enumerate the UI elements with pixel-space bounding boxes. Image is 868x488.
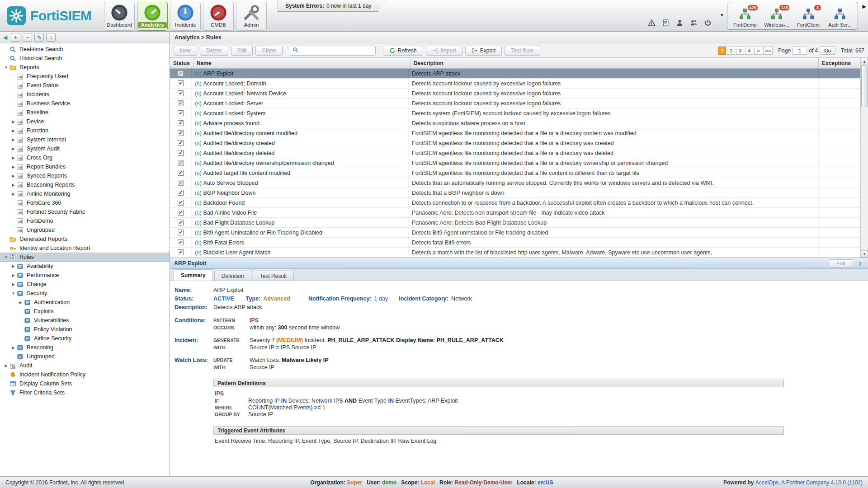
status-checkbox[interactable]: ✓ (178, 200, 184, 206)
sidebar-item-ungrouped[interactable]: Ungrouped (0, 352, 170, 361)
user-icon[interactable] (676, 19, 684, 27)
sidebar-item-fortinet-security-fabric[interactable]: Fortinet Security Fabric (0, 207, 170, 216)
tab-incidents[interactable]: Incidents (170, 2, 201, 31)
status-checkbox[interactable]: ✓ (178, 249, 184, 255)
tab-dashboard[interactable]: Dashboard (104, 2, 135, 31)
status-checkbox[interactable]: ✓ (178, 160, 184, 166)
tab-summary[interactable]: Summary (174, 269, 213, 281)
tree-edit-button[interactable]: ✎ (34, 33, 44, 42)
go-button[interactable]: Go (820, 46, 835, 55)
tree-add-button[interactable]: + (11, 33, 20, 42)
sidebar-item-availability[interactable]: ▶Availability (0, 262, 170, 271)
new-button[interactable]: New (174, 46, 197, 56)
table-row[interactable]: ✓(s)Account Locked: Network DeviceDetect… (170, 89, 860, 99)
expander-closed-icon[interactable]: ▶ (10, 282, 17, 286)
search-input[interactable] (301, 47, 373, 54)
sidebar-item-incident-notification-policy[interactable]: Incident Notification Policy (0, 370, 170, 379)
status-checkbox[interactable]: ✓ (178, 239, 184, 245)
sidebar-item-exploits[interactable]: Exploits (0, 307, 170, 316)
sidebar-item-business-service[interactable]: Business Service (0, 99, 170, 108)
sidebar-item-airline-monitoring[interactable]: ▶Airline Monitoring (0, 189, 170, 198)
sidebar-item-forticare-360[interactable]: FortiCare 360 (0, 198, 170, 207)
expander-open-icon[interactable]: ▼ (10, 291, 17, 296)
users-icon[interactable] (690, 19, 698, 27)
table-row[interactable]: ✓(s)BGP Neighbor DownDetects that a BGP … (170, 188, 860, 198)
edit-button[interactable]: Edit (231, 46, 253, 56)
tab-test-result[interactable]: Test Result (253, 271, 294, 281)
table-row[interactable]: ✓(s)Account Locked: ServerDetects accoun… (170, 99, 860, 108)
power-icon[interactable] (704, 19, 712, 27)
widget-scroll-right-icon[interactable]: ▶ (863, 4, 866, 9)
table-row[interactable]: ✓(s)Account Locked: DomainDetects accoun… (170, 79, 860, 89)
sidebar-item-change[interactable]: ▶Change (0, 280, 170, 289)
sidebar-item-device[interactable]: ▶Device (0, 117, 170, 126)
scroll-track[interactable] (861, 65, 868, 250)
table-row[interactable]: ✓(s)Bad Flight Database LookupPanasonic … (170, 218, 860, 228)
table-row[interactable]: ✓(s)Audited file/directory ownership/per… (170, 158, 860, 168)
table-row[interactable]: ✓(s)Bit9 Agent Uninstalled or File Track… (170, 228, 860, 238)
table-row[interactable]: ✓(s)Backdoor FoundDetects connection to … (170, 198, 860, 208)
sidebar-item-filter-criteria-sets[interactable]: Filter Criteria Sets (0, 388, 170, 397)
sidebar-item-cross-org[interactable]: ▶Cross Org (0, 153, 170, 162)
status-checkbox[interactable]: ✓ (178, 110, 184, 116)
sidebar-item-synced-reports[interactable]: ▶Synced Reports (0, 171, 170, 180)
collapse-sidebar-icon[interactable]: ◀ (3, 34, 7, 41)
page-2-button[interactable]: 2 (727, 47, 735, 55)
status-checkbox[interactable]: ✓ (178, 140, 184, 146)
sidebar-item-frequently-used[interactable]: Frequently Used (0, 72, 170, 81)
tab-admin[interactable]: Admin (236, 2, 267, 31)
page-input[interactable] (793, 47, 807, 55)
expander-closed-icon[interactable]: ▶ (10, 129, 17, 133)
sidebar-item-identity-and-location-report[interactable]: Identity and Location Report (0, 244, 170, 253)
sidebar-item-audit[interactable]: ▶Audit (0, 361, 170, 370)
table-row[interactable]: ✓(s)Audited target file content modified… (170, 168, 860, 178)
page-nav-button[interactable]: > (754, 47, 762, 55)
sidebar-item-display-column-sets[interactable]: Display Column Sets (0, 379, 170, 388)
table-scrollbar[interactable]: ▲ ▼ (860, 58, 868, 258)
expander-closed-icon[interactable]: ▶ (10, 183, 17, 187)
sidebar-item-vulnerabilities[interactable]: Vulnerabilities (0, 316, 170, 325)
sidebar-item-rules[interactable]: ▼Rules (0, 253, 170, 262)
status-checkbox[interactable]: ✓ (178, 80, 184, 86)
sidebar-item-security[interactable]: ▼Security (0, 289, 170, 298)
tree-organize-button[interactable]: ↕ (46, 33, 56, 42)
status-checkbox[interactable]: ✓ (178, 220, 184, 225)
status-checkbox[interactable]: ✓ (178, 150, 184, 156)
clone-button[interactable]: Clone (255, 46, 282, 56)
sidebar-item-ungrouped[interactable]: Ungrouped (0, 225, 170, 235)
table-row[interactable]: ✓(s)Audited file/directory content modif… (170, 128, 860, 138)
expander-closed-icon[interactable]: ▶ (10, 147, 17, 151)
status-checkbox[interactable]: ✓ (178, 170, 184, 176)
table-row[interactable]: ✓(s)Audited file/directory createdFortiS… (170, 138, 860, 148)
sidebar-item-performance[interactable]: ▶Performance (0, 271, 170, 280)
sidebar-item-system-audit[interactable]: ▶System Audit (0, 144, 170, 153)
status-checkbox[interactable]: ✓ (178, 90, 184, 96)
status-checkbox[interactable]: ✓ (178, 230, 184, 235)
status-checkbox[interactable]: ✓ (178, 70, 184, 76)
column-description[interactable]: Description (410, 58, 819, 68)
sidebar-item-function[interactable]: ▶Function (0, 126, 170, 135)
table-row[interactable]: ✓(s)ARP ExploitDetects ARP attack (170, 69, 860, 79)
export-button[interactable]: Export (465, 46, 502, 56)
test-rule-button[interactable]: Test Rule (505, 46, 540, 56)
expander-open-icon[interactable]: ▼ (3, 255, 9, 259)
table-row[interactable]: ✓(s)Account Locked: SystemDetects system… (170, 108, 860, 118)
accelops-link[interactable]: AccelOps, A Fortinet Company 4.10.0 (110… (755, 479, 863, 486)
tab-cmdb[interactable]: CMDB (203, 2, 234, 31)
collapse-detail-icon[interactable]: » (857, 260, 863, 267)
status-checkbox[interactable]: ✓ (178, 190, 184, 196)
tab-definition[interactable]: Definition (214, 271, 251, 281)
table-row[interactable]: ✓(s)Adware process foundDetects suspicio… (170, 118, 860, 128)
tree-remove-button[interactable]: − (23, 33, 32, 42)
expander-closed-icon[interactable]: ▶ (10, 273, 17, 277)
expander-closed-icon[interactable]: ▶ (10, 165, 17, 169)
page-3-button[interactable]: 3 (736, 47, 744, 55)
edit-button[interactable]: Edit (829, 259, 853, 267)
alert-icon[interactable] (648, 19, 656, 27)
widget-dropdown-icon[interactable]: ▼ (720, 13, 724, 18)
notes-icon[interactable] (662, 19, 670, 27)
table-row[interactable]: ✓(s)Blacklist User Agent MatchDetects a … (170, 248, 860, 258)
sidebar-item-airline-security[interactable]: Airline Security (0, 334, 170, 343)
widget-fortidemo[interactable]: 420FortiDemo (729, 5, 761, 28)
sidebar-item-beaconing[interactable]: ▶Beaconing (0, 343, 170, 352)
